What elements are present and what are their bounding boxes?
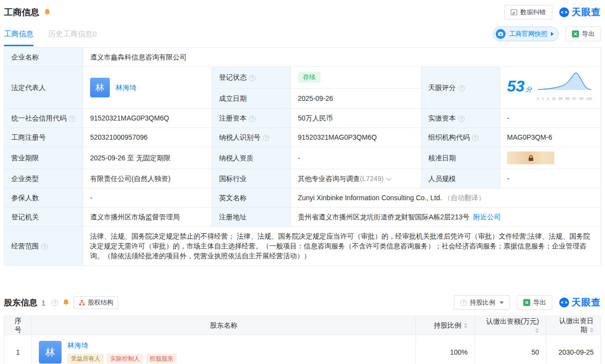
reg-status-value: 存续: [291, 67, 421, 89]
org-code-value: MAG0P3QM-6: [500, 128, 601, 147]
shareholder-avatar[interactable]: 林: [39, 341, 62, 364]
shareholding-ratio-filter-button[interactable]: 持股比例: [454, 295, 510, 310]
col-amount[interactable]: 认缴出资额(万元): [475, 316, 546, 335]
nearby-companies-link[interactable]: 附近公司: [473, 213, 501, 221]
sort-icon[interactable]: [535, 328, 539, 333]
help-icon[interactable]: [249, 75, 255, 81]
score-label: 天眼评分: [421, 67, 500, 109]
subscribe-bell-icon[interactable]: [43, 8, 51, 16]
shareholder-name-link[interactable]: 林海埼: [67, 341, 88, 349]
help-icon[interactable]: [458, 116, 465, 122]
shareholders-count: 1: [41, 299, 45, 307]
col-index: 序号: [4, 316, 32, 335]
help-icon[interactable]: [472, 135, 478, 141]
tianyancha-logo-eye-icon: [559, 7, 569, 17]
paid-capital-label: 实缴资本: [421, 109, 500, 128]
reg-capital-value: 50万人民币: [291, 109, 421, 128]
business-term-value: 2025-09-26 至 无固定期限: [83, 147, 212, 169]
reg-status-label: 登记状态: [212, 67, 291, 89]
insured-count-value: -: [83, 188, 212, 208]
taxpayer-id-value: 91520321MAG0P3QM6Q: [291, 128, 421, 147]
establish-date-value: 2025-09-26: [291, 88, 421, 108]
status-badge: 存续: [298, 72, 320, 83]
equity-structure-button[interactable]: 股权结构: [74, 296, 118, 309]
sort-icon[interactable]: [464, 323, 468, 328]
sort-icon[interactable]: [590, 328, 594, 333]
controlling-shareholder-tag[interactable]: 控股股东: [146, 354, 177, 364]
shareholder-row: 1 林 林海埼 受益所有人 实际控制人 控股股东: [4, 335, 601, 364]
reg-authority-value: 遵义市播州区市场监督管理局: [83, 208, 212, 227]
page-header: 工商信息 数据纠错 天眼查: [4, 0, 601, 22]
legal-rep-avatar[interactable]: 林: [90, 78, 110, 97]
score-number: 53分: [507, 78, 532, 98]
col-shareholder-name: 股东名称: [32, 316, 416, 335]
legal-rep-label: 法定代表人: [4, 67, 83, 109]
ratio-filter-label: 持股比例: [470, 298, 495, 307]
company-type-value: 有限责任公司(自然人独资): [83, 169, 212, 188]
score-cell: 53分 0131555859799100: [500, 67, 601, 109]
play-icon: [551, 32, 554, 36]
caret-down-icon: [500, 302, 504, 304]
lock-icon: [527, 154, 535, 162]
reg-capital-label: 注册资本: [212, 109, 291, 128]
excel-export-icon: [572, 30, 579, 37]
equity-structure-label: 股权结构: [88, 298, 113, 307]
org-code-label: 组织机构代码: [421, 128, 500, 147]
score-chart: 0131555859799100: [537, 71, 592, 104]
help-icon[interactable]: [263, 135, 269, 141]
approval-date-value: [500, 147, 601, 169]
help-icon[interactable]: [41, 243, 48, 250]
shareholder-name-cell: 林 林海埼 受益所有人 实际控制人 控股股东: [32, 335, 416, 364]
excel-export-icon: [523, 299, 530, 306]
tianyancha-logo: 天眼查: [559, 6, 601, 19]
col-date[interactable]: 认缴出资日期: [546, 316, 601, 335]
locked-value[interactable]: [507, 152, 554, 164]
approval-date-label: 核准日期: [421, 147, 500, 169]
english-name-value: Zunyi Xinbinke Information Consulting Co…: [291, 188, 601, 208]
export-label: 导出: [533, 298, 546, 307]
help-icon[interactable]: [69, 116, 75, 122]
shareholders-header: 股东信息 1 股权结构 持股比例 导出: [4, 293, 601, 316]
subscribe-bell-icon[interactable]: [62, 299, 70, 306]
actual-controller-tag[interactable]: 实际控制人: [107, 354, 143, 364]
business-scope-value: 法律、法规、国务院决定规定禁止的不得经营； 法律、法规、国务院决定规定应当许可（…: [83, 227, 601, 266]
shareholders-table: 序号 股东名称 持股比例 认缴出资额(万元) 认缴出资日期 1 林 林海埼 受益…: [4, 316, 601, 364]
business-info-page: 工商信息 数据纠错 天眼查 工商信息 历史工商信息0: [0, 0, 605, 364]
tabs-row: 工商信息 历史工商信息0 工商官网快照 导出: [4, 22, 601, 46]
tianyancha-logo-text: 天眼查: [572, 296, 601, 309]
legal-rep-link[interactable]: 林海埼: [116, 83, 136, 92]
help-icon: [460, 300, 467, 306]
help-icon[interactable]: [249, 116, 255, 122]
company-name-label: 企业名称: [4, 48, 83, 67]
tianyancha-logo-eye-icon: [559, 298, 569, 307]
export-button[interactable]: 导出: [566, 27, 601, 41]
export-button-shareholders[interactable]: 导出: [517, 295, 552, 310]
taxpayer-qualification-label: 纳税人资质: [212, 147, 291, 169]
data-correction-icon: [510, 9, 517, 16]
shareholders-table-header: 序号 股东名称 持股比例 认缴出资额(万元) 认缴出资日期: [4, 316, 601, 335]
help-icon[interactable]: [52, 300, 58, 306]
beneficial-owner-tag[interactable]: 受益所有人: [67, 354, 104, 364]
reg-number-value: 520321000957096: [83, 128, 212, 147]
official-snapshot-button[interactable]: 工商官网快照: [493, 27, 559, 41]
legal-rep-cell: 林 林海埼: [83, 67, 212, 109]
company-type-label: 企业类型: [4, 169, 83, 188]
staff-size-value: -: [500, 169, 601, 188]
business-term-label: 营业期限: [4, 147, 83, 169]
col-ratio[interactable]: 持股比例: [416, 316, 475, 335]
chevron-down-icon[interactable]: [386, 176, 391, 181]
company-name-value: 遵义市鑫犇科信息咨询有限公司: [83, 48, 601, 67]
export-label: 导出: [582, 30, 595, 38]
business-scope-label: 经营范围: [4, 227, 83, 266]
help-icon[interactable]: [458, 85, 465, 91]
shareholder-ratio: 100%: [416, 335, 475, 364]
reg-number-label: 工商注册号: [4, 128, 83, 147]
insured-count-label: 参保人数: [4, 188, 83, 208]
business-info-table: 企业名称 遵义市鑫犇科信息咨询有限公司 法定代表人 林 林海埼 登记状态 存续 …: [4, 47, 601, 266]
tab-history-business-info[interactable]: 历史工商信息0: [48, 30, 96, 46]
paid-capital-value: -: [500, 109, 601, 128]
reg-authority-label: 登记机关: [4, 208, 83, 227]
data-correction-button[interactable]: 数据纠错: [504, 5, 552, 20]
industry-value: 其他专业咨询与调查(L7249): [291, 169, 421, 188]
tab-business-info[interactable]: 工商信息: [4, 30, 33, 46]
